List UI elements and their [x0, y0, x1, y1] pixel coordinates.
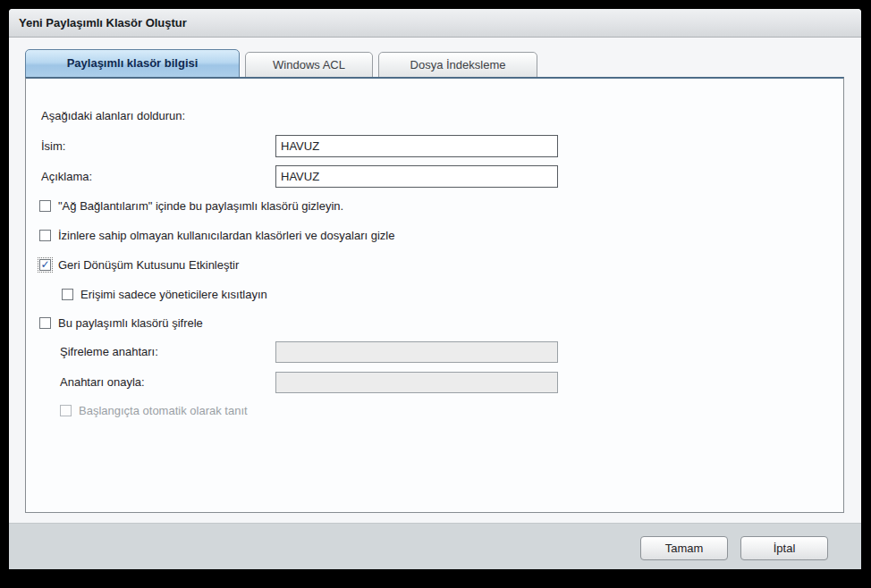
checkbox-label: İzinlere sahip olmayan kullanıcılardan k… [58, 229, 394, 242]
tab-label: Windows ACL [273, 58, 345, 71]
checkbox-icon[interactable] [39, 230, 51, 241]
tab-windows-acl[interactable]: Windows ACL [245, 52, 373, 79]
checkbox-restrict-to-admins[interactable]: Erişimi sadece yöneticilere kısıtlayın [62, 288, 267, 301]
checkbox-auto-mount-startup: Başlangıçta otomatik olarak tanıt [60, 404, 248, 417]
confirm-key-input [275, 372, 558, 393]
dialog-titlebar: Yeni Paylaşımlı Klasör Oluştur [9, 9, 861, 38]
checkbox-hide-from-unauthorized[interactable]: İzinlere sahip olmayan kullanıcılardan k… [39, 229, 394, 242]
dialog-title: Yeni Paylaşımlı Klasör Oluştur [19, 16, 187, 29]
checkbox-encrypt-folder[interactable]: Bu paylaşımlı klasörü şifrele [39, 316, 203, 330]
checkbox-disabled-icon [60, 405, 72, 416]
checkbox-hide-in-network[interactable]: "Ağ Bağlantılarım" içinde bu paylaşımlı … [39, 199, 343, 213]
tab-label: Dosya İndeksleme [410, 58, 506, 71]
tab-shared-folder-info[interactable]: Paylaşımlı klasör bilgisi [25, 49, 240, 79]
checkbox-label: Erişimi sadece yöneticilere kısıtlayın [80, 288, 267, 301]
checkbox-enable-recycle-bin[interactable]: ✓ Geri Dönüşüm Kutusunu Etkinleştir [39, 258, 239, 272]
checkbox-label: "Ağ Bağlantılarım" içinde bu paylaşımlı … [58, 199, 343, 213]
ok-button[interactable]: Tamam [640, 536, 728, 560]
confirm-key-label: Anahtarı onayla: [60, 375, 145, 389]
checkbox-icon[interactable] [39, 200, 51, 212]
tab-file-indexing[interactable]: Dosya İndeksleme [378, 52, 537, 79]
name-label: İsim: [41, 139, 65, 153]
create-shared-folder-dialog: Yeni Paylaşımlı Klasör Oluştur Paylaşıml… [9, 9, 861, 569]
checkbox-icon[interactable] [39, 317, 51, 329]
encryption-key-label: Şifreleme anahtarı: [60, 345, 158, 358]
description-label: Açıklama: [41, 170, 92, 183]
tab-label: Paylaşımlı klasör bilgisi [67, 56, 199, 70]
checkbox-label: Bu paylaşımlı klasörü şifrele [58, 316, 203, 330]
dialog-footer: Tamam İptal [9, 523, 861, 569]
tab-strip: Paylaşımlı klasör bilgisi Windows ACL Do… [25, 38, 854, 79]
tab-panel-shared-folder-info: Aşağıdaki alanları doldurun: İsim: Açıkl… [25, 77, 844, 513]
checkbox-label: Başlangıçta otomatik olarak tanıt [79, 404, 248, 417]
checkbox-label: Geri Dönüşüm Kutusunu Etkinleştir [58, 258, 239, 272]
cancel-button[interactable]: İptal [740, 536, 828, 560]
checkbox-icon[interactable] [62, 289, 73, 300]
form-instruction: Aşağıdaki alanları doldurun: [41, 109, 185, 122]
description-input[interactable] [275, 165, 558, 188]
name-input[interactable] [275, 135, 558, 157]
checkbox-checked-icon[interactable]: ✓ [39, 259, 51, 271]
encryption-key-input [275, 341, 558, 363]
